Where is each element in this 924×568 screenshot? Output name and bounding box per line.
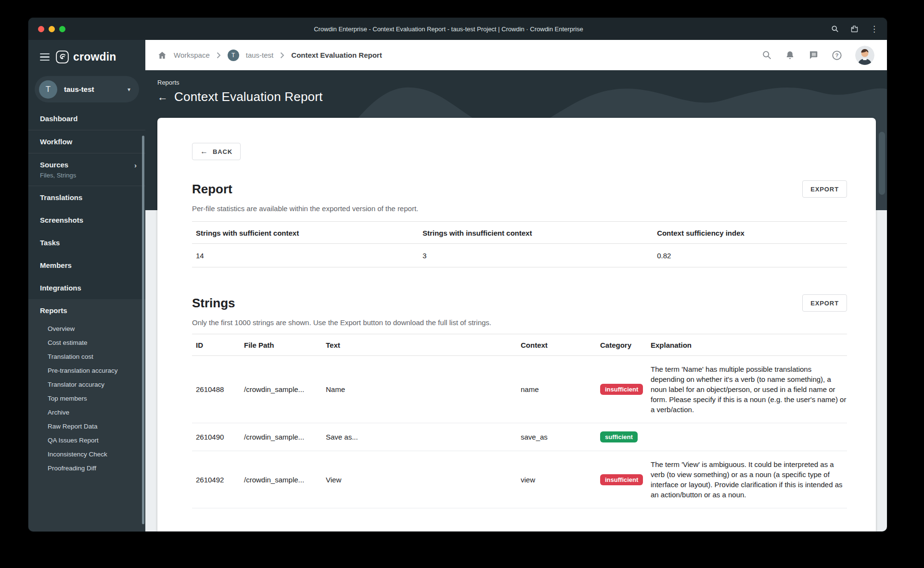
page-head: Reports ← Context Evaluation Report (157, 79, 323, 104)
strings-export-button[interactable]: EXPORT (802, 294, 847, 312)
sidebar-item-integrations[interactable]: Integrations (28, 277, 145, 299)
table-cell: Text (322, 334, 517, 355)
category-badge: insufficient (600, 474, 643, 485)
header-icons: ? (762, 46, 874, 65)
browser-extensions-icon[interactable] (850, 25, 859, 33)
strings-section-title: Strings (192, 296, 235, 311)
sidebar-item-label: Members (40, 261, 72, 269)
stats-row: Strings with sufficient contextStrings w… (192, 222, 847, 244)
stats-row: 1430.82 (192, 244, 847, 267)
help-icon[interactable]: ? (832, 50, 842, 61)
sidebar-item-sources[interactable]: Sources › (28, 153, 145, 176)
sidebar-nav: Dashboard Workflow Sources › Files, Stri… (28, 107, 145, 299)
sidebar-section-reports: Reports OverviewCost estimateTranslation… (28, 299, 145, 531)
chevron-right-icon (280, 52, 284, 59)
table-row: 2610490 /crowdin_sample... Save as... sa… (192, 423, 847, 451)
sidebar-item-workflow[interactable]: Workflow (28, 130, 145, 153)
chat-icon[interactable] (808, 50, 819, 60)
chevron-right-icon: › (134, 161, 137, 169)
sidebar-item-qa-issues-report[interactable]: QA Issues Report (28, 433, 145, 447)
crowdin-logo-text: crowdin (73, 50, 116, 63)
cell-file-path: /crowdin_sample... (240, 425, 322, 449)
cell-category: insufficient (596, 376, 647, 403)
cell-file-path: /crowdin_sample... (240, 467, 322, 492)
sidebar-item-translator-accuracy[interactable]: Translator accuracy (28, 378, 145, 391)
cell-context: name (517, 377, 596, 402)
sidebar-item-label: Dashboard (40, 114, 77, 123)
cell-text: Save as... (322, 425, 517, 449)
strings-table: IDFile PathTextContextCategoryExplanatio… (192, 334, 847, 508)
category-badge: insufficient (600, 384, 643, 395)
search-icon[interactable] (762, 50, 772, 60)
cell-explanation: The term 'Name' has multiple possible tr… (647, 356, 847, 423)
sidebar-reports-subnav: OverviewCost estimateTranslation costPre… (28, 322, 145, 475)
browser-tab-title: Crowdin Enterprise - Context Evaluation … (81, 25, 816, 33)
back-button[interactable]: ← BACK (192, 143, 241, 160)
sidebar-item-inconsistency-check[interactable]: Inconsistency Check (28, 447, 145, 461)
sidebar-item-proofreading-diff[interactable]: Proofreading Diff (28, 461, 145, 475)
sidebar-item-top-members[interactable]: Top members (28, 391, 145, 405)
chevron-down-icon: ▾ (128, 86, 130, 93)
sidebar-item-screenshots[interactable]: Screenshots (28, 209, 145, 231)
sidebar-item-label: Tasks (40, 239, 60, 247)
breadcrumb: Workspace T taus-test Context Evaluation… (157, 50, 382, 61)
browser-search-icon[interactable] (831, 25, 839, 33)
sidebar-item-overview[interactable]: Overview (28, 322, 145, 336)
sidebar-item-label: Sources (40, 161, 68, 169)
sidebar-item-reports[interactable]: Reports (28, 299, 145, 322)
breadcrumb-current-page: Context Evaluation Report (291, 51, 382, 59)
cell-category: sufficient (596, 423, 647, 451)
report-section-title: Report (192, 182, 232, 197)
breadcrumb-project[interactable]: taus-test (246, 51, 274, 59)
cell-text: View (322, 467, 517, 492)
home-icon[interactable] (157, 50, 167, 60)
stats-cell: 3 (419, 244, 653, 267)
user-avatar[interactable] (855, 46, 874, 65)
project-name: taus-test (64, 85, 121, 93)
sidebar-item-tasks[interactable]: Tasks (28, 231, 145, 254)
browser-window: Crowdin Enterprise - Context Evaluation … (28, 18, 887, 531)
window-controls (38, 26, 81, 32)
sidebar-item-translations[interactable]: Translations (28, 186, 145, 209)
report-card: ← BACK Report EXPORT Per-file statistics… (157, 118, 876, 531)
content-scrollbar[interactable] (879, 132, 885, 195)
sidebar-item-translation-cost[interactable]: Translation cost (28, 350, 145, 364)
browser-menu-icon[interactable]: ⋮ (870, 25, 878, 33)
maximize-window-button[interactable] (59, 26, 65, 32)
notifications-bell-icon[interactable] (785, 50, 795, 61)
cell-id: 2610490 (192, 425, 240, 449)
chevron-right-icon (217, 52, 221, 59)
page-title: Context Evaluation Report (174, 89, 323, 104)
sidebar-item-raw-report-data[interactable]: Raw Report Data (28, 419, 145, 433)
project-avatar: T (39, 80, 57, 99)
sidebar-item-label: Translations (40, 193, 82, 202)
cell-explanation: The term 'View' is ambiguous. It could b… (647, 451, 847, 508)
report-export-button[interactable]: EXPORT (802, 180, 847, 198)
cell-file-path: /crowdin_sample... (240, 377, 322, 402)
sidebar-item-members[interactable]: Members (28, 254, 145, 277)
strings-section-subtitle: Only the first 1000 strings are shown. U… (192, 318, 847, 327)
cell-explanation (647, 429, 847, 445)
crowdin-logo[interactable]: crowdin (56, 50, 116, 63)
stats-cell: Context sufficiency index (653, 222, 847, 243)
cell-category: insufficient (596, 466, 647, 493)
sidebar-item-pre-translation-accuracy[interactable]: Pre-translation accuracy (28, 364, 145, 378)
sidebar-item-dashboard[interactable]: Dashboard (28, 107, 145, 130)
sidebar-item-cost-estimate[interactable]: Cost estimate (28, 336, 145, 350)
close-window-button[interactable] (38, 26, 44, 32)
cell-text: Name (322, 377, 517, 402)
back-arrow-icon[interactable]: ← (157, 92, 168, 102)
sidebar-scrollbar[interactable] (142, 136, 144, 524)
hamburger-icon[interactable] (40, 53, 50, 61)
sidebar-item-label: Screenshots (40, 216, 83, 224)
minimize-window-button[interactable] (49, 26, 55, 32)
project-selector[interactable]: T taus-test ▾ (35, 76, 139, 102)
table-row: 2610488 /crowdin_sample... Name name ins… (192, 356, 847, 423)
browser-toolbar-icons: ⋮ (816, 25, 878, 33)
report-stats-table: Strings with sufficient contextStrings w… (192, 221, 847, 267)
breadcrumb-workspace[interactable]: Workspace (174, 51, 210, 59)
table-cell: File Path (240, 334, 322, 355)
cell-context: view (517, 467, 596, 492)
table-header-row: IDFile PathTextContextCategoryExplanatio… (192, 334, 847, 356)
sidebar-item-archive[interactable]: Archive (28, 405, 145, 419)
